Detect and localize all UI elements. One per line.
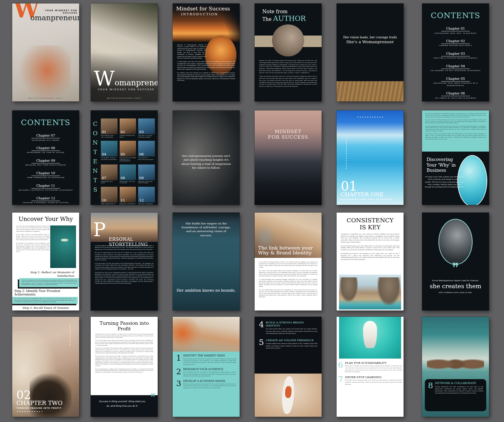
chapter-title: CREATING A PERSONAL VISION OF SUCCESS [17, 202, 74, 204]
contents-entry[interactable]: Chapter 04 THE JOURNEY TO SELF-DISCOVERY… [427, 62, 484, 72]
step-number: 3 [176, 380, 181, 389]
chapter-number: 08 [121, 176, 125, 180]
step-item: Step 2: Identify Your Proudest Achieveme… [12, 289, 79, 304]
contents-entry[interactable]: Chapter 02 TURNING PASSION INTO PROFIT [427, 37, 484, 47]
chapter-number: 10 [102, 198, 106, 202]
chapter-thumbnail: 09 [138, 164, 155, 180]
contents-grid-item[interactable]: 04 THE JOURNEY TO SELF-DISCOVERY IN BUSI… [101, 141, 118, 163]
contents-entry[interactable]: Chapter 11 BUILDING A SUPPORTIVE SISTERH… [17, 182, 74, 192]
step-heading: Step 1: Reflect on Moments of Satisfacti… [12, 270, 79, 277]
step-heading: BUILD A STRONG BRAND IDENTITY [266, 321, 317, 327]
chapter-caption: THE POWER OF INTUITION IN BUSINESS [138, 157, 155, 161]
chapter-number: Chapter 01 [441, 26, 470, 31]
step-item: 3 DEVELOP A BUSINESS MODEL How will you … [176, 380, 236, 389]
contents-title: CONTENTS [422, 11, 489, 20]
arch-beach-photo [339, 275, 401, 309]
step-number: 1 [176, 354, 181, 366]
page-vision-quote[interactable]: Her vision leads, her courage trails She… [337, 3, 404, 101]
page-step-8[interactable]: 8 NETWORK & COLLABORATE Building relatio… [422, 317, 489, 417]
contents-grid-item[interactable]: 12 CREATING A PERSONAL VISION OF SUCCESS [138, 187, 155, 205]
chapter-title: BUILDING A SUPPORTIVE SISTERHOOD IN BUSI… [17, 189, 74, 191]
contents-title: CONTENTS [12, 118, 79, 127]
contents-entry[interactable]: Chapter 08 OVERCOMING THE FEAR OF FAILUR… [17, 144, 74, 154]
oval-bw-photo [438, 219, 473, 265]
step-heading: NEVER STOP LEARNING [345, 376, 402, 379]
page-chapter-1-opener[interactable]: 01 CHAPTER ONE DISCOVERING YOUR 'WHY' IN… [337, 110, 404, 205]
page-chapter-2-opener[interactable]: 02 CHAPTER TWO TURNING PASSION INTO PROF… [12, 317, 79, 417]
contents-grid-item[interactable]: 01 DISCOVERING YOUR 'WHY' IN BUSINESS [101, 118, 118, 140]
quote-line1: Her vision leads, her courage trails [337, 36, 404, 39]
page-introduction[interactable]: Mindset for Success INTRODUCTION Welcome… [173, 3, 240, 101]
contents-grid-item[interactable]: 05 UNLEASHING YOUR INNER STRENGTH AS A W… [120, 141, 136, 163]
contents-entry[interactable]: Chapter 10 FROM COMPARISON TO INSPIRATIO… [17, 169, 74, 179]
contents-entry[interactable]: Chapter 05 UNLEASHING YOUR INNER STRENGT… [427, 75, 484, 87]
body-text: In the world of entrepreneurship, there'… [259, 261, 317, 298]
contents-entry[interactable]: Chapter 06 THE POWER OF INTUITION IN BUS… [427, 89, 484, 99]
brand-monogram: W [94, 71, 115, 86]
step-item: 6 PLAN FOR SUSTAINABILITY Passion gets y… [338, 361, 402, 373]
chapter-caption: BUILDING A SUPPORTIVE SISTERHOOD IN BUSI… [120, 203, 136, 205]
page-discovering-why[interactable]: Welcome to the beginning of a transforma… [422, 110, 489, 205]
quote-icon: ❞ [422, 261, 489, 274]
page-creates-chances-quote[interactable]: ❞ A true Womanpreneur doesn't wait for c… [422, 213, 489, 310]
page-empire-quote[interactable]: She builds her empire on the foundations… [173, 213, 240, 310]
title-accent: AUTHOR [273, 14, 306, 23]
section-body: It's okay if your 'why' evolves over tim… [425, 176, 464, 188]
page-consistency[interactable]: CONSISTENCY IS KEY Consistency in expres… [337, 213, 404, 310]
chapter-number: 03 [139, 130, 144, 134]
contents-grid-item[interactable]: 11 BUILDING A SUPPORTIVE SISTERHOOD IN B… [120, 187, 136, 205]
page-author-note[interactable]: Note from The AUTHOR Embrace the idea of… [255, 3, 322, 101]
chapter-number: Chapter 08 [31, 146, 60, 151]
chapter-number: 07 [102, 176, 106, 180]
page-contents-2[interactable]: CONTENTS Chapter 07 OVERCOMING SELF-DOUB… [12, 110, 79, 205]
page-steps-4-5[interactable]: 4 BUILD A STRONG BRAND IDENTITY Your bra… [255, 317, 322, 417]
dots-ornament [346, 138, 347, 170]
step-number: 8 [428, 382, 433, 394]
page-title: The link between your Why & Brand Identi… [258, 245, 320, 255]
page-cover-front[interactable]: W YOUR MINDSET FOR SUCCESS omanpreneur W… [12, 3, 79, 101]
contents-entry[interactable]: Chapter 07 OVERCOMING SELF-DOUBT [17, 131, 74, 141]
page-steps-6-7[interactable]: 6 PLAN FOR SUSTAINABILITY Passion gets y… [337, 317, 404, 417]
palm-photo [173, 317, 240, 352]
drop-cap: P [93, 222, 106, 237]
cover-byline: WRITTEN BY MASTER RESELL RIGHTS [91, 98, 158, 99]
chapter-number: 01 [341, 181, 393, 192]
page-uncover-why[interactable]: Uncover Your Why Let's dive into a Perso… [12, 213, 79, 310]
step-body: Building relationships with other entrep… [435, 386, 483, 394]
quote-bottom: Her ambition knows no bounds. [173, 288, 240, 292]
page-contents-visual[interactable]: CONTENTS 01 DISCOVERING YOUR 'WHY' IN BU… [91, 110, 158, 205]
step-item: 5 CREATE AN ONLINE PRESENCE In today's d… [259, 339, 317, 349]
chapter-thumbnail: 04 [101, 141, 118, 156]
chapter-title: BREAKING FREE FROM PERFECTIONISM [17, 164, 74, 166]
contents-photo-grid: 01 DISCOVERING YOUR 'WHY' IN BUSINESS 02… [101, 118, 155, 205]
step-heading: Step 2: Identify Your Proudest Achieveme… [12, 289, 79, 296]
contents-grid-item[interactable]: 07 OVERCOMING SELF-DOUBT [101, 164, 118, 186]
page-section-divider[interactable]: MINDSET FOR SUCCESS [255, 110, 322, 205]
contents-grid-item[interactable]: 08 OVERCOMING THE FEAR OF FAILURE [120, 164, 136, 186]
contents-grid-item[interactable]: 09 BREAKING FREE FROM PERFECTIONISM [138, 164, 155, 186]
page-cover-alt[interactable]: W omanpreneur YOUR MINDSET FOR SUCCESS W… [91, 3, 158, 101]
step-number: 6 [338, 361, 343, 373]
contents-entry[interactable]: Chapter 09 BREAKING FREE FROM PERFECTION… [17, 156, 74, 167]
contents-entry[interactable]: Chapter 01 DISCOVERING YOUR 'WHY' IN BUS… [427, 24, 484, 34]
chapter-title: DISCOVERING YOUR 'WHY' IN BUSINESS [427, 32, 484, 34]
step-number: 5 [259, 339, 264, 349]
chapter-number: 01 [102, 130, 106, 134]
contents-grid-item[interactable]: 06 THE POWER OF INTUITION IN BUSINESS [138, 141, 155, 163]
page-journey-quote[interactable]: Her entrepreneurial journey isn't just a… [173, 110, 240, 205]
quote-band: ❞ Success is liking yourself, liking wha… [91, 395, 158, 417]
step-heading: PLAN FOR SUSTAINABILITY [345, 361, 402, 365]
contents-grid-item[interactable]: 10 FROM COMPARISON TO INSPIRATION [101, 187, 118, 205]
chapter-name: CHAPTER TWO [16, 400, 62, 406]
page-why-brand-identity[interactable]: The link between your Why & Brand Identi… [255, 213, 322, 310]
page-turning-passion[interactable]: Turning Passion into Profit Turning what… [91, 317, 158, 417]
contents-list: Chapter 07 OVERCOMING SELF-DOUBT Chapter… [17, 131, 74, 205]
contents-grid-item[interactable]: 02 TURNING PASSION INTO PROFIT [120, 118, 136, 140]
contents-entry[interactable]: Chapter 03 CRAFTING A SUCCESS-ORIENTED M… [427, 49, 484, 60]
contents-grid-item[interactable]: 03 CRAFTING A SUCCESS-ORIENTED MINDSET [138, 118, 155, 140]
contents-entry[interactable]: Chapter 12 CREATING A PERSONAL VISION OF… [17, 194, 74, 204]
page-contents-1[interactable]: CONTENTS Chapter 01 DISCOVERING YOUR 'WH… [422, 3, 489, 101]
chapter-title: TURNING PASSION INTO PROFIT [427, 45, 484, 47]
page-personal-storytelling[interactable]: P ERSONAL STORYTELLING In putting togeth… [91, 213, 158, 310]
page-steps-1-3[interactable]: 1 IDENTIFY THE MARKET NEED Start by aski… [173, 317, 240, 417]
